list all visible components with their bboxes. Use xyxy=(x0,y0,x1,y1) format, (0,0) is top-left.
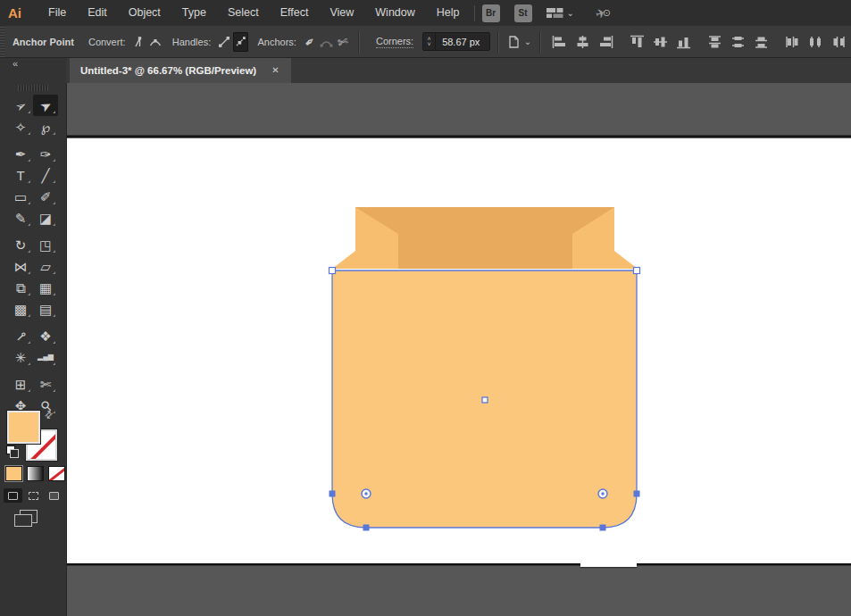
artboard-options-button[interactable]: ⌄ xyxy=(507,32,531,52)
tools-panel: ➢➤✧℘✒✑T╱▭✐✎◪↻◳⋈▱⧉▦▩▤⊸❖✳▂▄▆⊞✄✥⚲ ⇄ xyxy=(0,83,67,616)
menu-help[interactable]: Help xyxy=(426,0,471,26)
perspective-grid-tool[interactable]: ▦ xyxy=(33,277,58,298)
show-handles-icon xyxy=(217,35,231,49)
pen-tool-icon: ✒ xyxy=(15,147,27,161)
shape-center-point[interactable] xyxy=(482,397,488,403)
column-graph-tool[interactable]: ▂▄▆ xyxy=(33,346,58,368)
convert-to-smooth-button[interactable] xyxy=(148,32,163,52)
paint-style-buttons xyxy=(5,466,65,481)
gradient-button[interactable] xyxy=(27,466,44,481)
remove-anchor-button[interactable]: ✒ xyxy=(303,32,317,52)
draw-behind-button[interactable] xyxy=(24,488,43,503)
width-tool[interactable]: ⋈ xyxy=(8,255,33,277)
convert-to-corner-button[interactable] xyxy=(132,32,146,52)
menu-file[interactable]: File xyxy=(38,0,77,26)
anchor-handle-hollow[interactable] xyxy=(330,268,336,274)
column-graph-tool-icon: ▂▄▆ xyxy=(38,354,54,361)
anchor-handle[interactable] xyxy=(330,491,336,497)
rectangle-tool[interactable]: ▭ xyxy=(8,186,33,207)
live-corner-widget[interactable] xyxy=(598,489,607,498)
draw-inside-icon xyxy=(49,492,59,500)
horizontal-align-right-button[interactable] xyxy=(595,31,618,53)
type-tool[interactable]: T xyxy=(8,164,33,186)
curvature-tool[interactable]: ✑ xyxy=(33,143,58,164)
tools-grid: ➢➤✧℘✒✑T╱▭✐✎◪↻◳⋈▱⧉▦▩▤⊸❖✳▂▄▆⊞✄✥⚲ xyxy=(0,90,66,416)
line-segment-tool[interactable]: ╱ xyxy=(33,164,58,186)
corners-value-input[interactable]: 58.67 px xyxy=(436,33,489,50)
artboard-tool[interactable]: ⊞ xyxy=(8,373,33,395)
direct-selection-tool[interactable]: ➤ xyxy=(33,95,58,116)
fill-color-swatch[interactable] xyxy=(7,411,40,444)
blend-tool[interactable]: ❖ xyxy=(33,325,58,346)
anchor-handle[interactable] xyxy=(363,525,370,531)
horizontal-distribute-right-button[interactable] xyxy=(828,31,851,53)
vertical-distribute-bottom-button[interactable] xyxy=(750,31,773,53)
vertical-align-center-button[interactable] xyxy=(649,31,672,53)
horizontal-align-left-button[interactable] xyxy=(548,31,572,53)
eraser-tool[interactable]: ◪ xyxy=(33,207,58,229)
workspace-switcher[interactable]: ⌄ xyxy=(546,7,574,19)
stock-button[interactable]: St xyxy=(514,4,532,22)
eyedropper-tool[interactable]: ⊸ xyxy=(8,325,33,346)
slice-tool[interactable]: ✄ xyxy=(33,373,58,395)
pen-tool[interactable]: ✒ xyxy=(8,143,33,164)
selection-tool[interactable]: ➢ xyxy=(8,95,33,116)
handles-label: Handles: xyxy=(172,37,211,47)
none-button[interactable] xyxy=(48,466,65,481)
close-icon[interactable]: ✕ xyxy=(269,63,281,77)
horizontal-align-center-button[interactable] xyxy=(572,31,595,53)
menu-select[interactable]: Select xyxy=(217,0,270,26)
draw-normal-button[interactable] xyxy=(4,488,22,503)
menu-object[interactable]: Object xyxy=(118,0,171,26)
vertical-distribute-top-button[interactable] xyxy=(704,31,727,53)
tools-panel-grip[interactable] xyxy=(18,85,48,91)
lasso-tool[interactable]: ℘ xyxy=(33,116,58,137)
connect-anchors-button[interactable] xyxy=(319,32,334,52)
document-canvas[interactable] xyxy=(66,83,851,616)
bridge-button[interactable]: Br xyxy=(482,4,500,22)
document-tab[interactable]: Untitled-3* @ 66.67% (RGB/Preview) ✕ xyxy=(70,57,291,83)
menu-effect[interactable]: Effect xyxy=(270,0,320,26)
anchor-handle-hollow[interactable] xyxy=(634,268,640,274)
show-handles-button[interactable] xyxy=(217,32,231,52)
chevron-down-icon: ⌄ xyxy=(524,37,531,46)
shape-builder-tool[interactable]: ⧉ xyxy=(8,277,33,298)
shaper-tool[interactable]: ✎ xyxy=(8,207,33,229)
vertical-align-top-button[interactable] xyxy=(626,31,649,53)
cut-path-button[interactable]: ✄ xyxy=(336,32,350,52)
menu-edit[interactable]: Edit xyxy=(77,0,118,26)
vertical-distribute-center-button[interactable] xyxy=(727,31,750,53)
stepper-down-icon[interactable]: ˅ xyxy=(428,42,431,47)
menu-type[interactable]: Type xyxy=(171,0,217,26)
menu-view[interactable]: View xyxy=(319,0,364,26)
menu-window[interactable]: Window xyxy=(364,0,425,26)
hide-handles-button[interactable] xyxy=(233,32,247,52)
corners-label[interactable]: Corners: xyxy=(376,36,413,48)
color-button[interactable] xyxy=(5,466,22,481)
vertical-align-bottom-button[interactable] xyxy=(672,31,696,53)
collapse-panel-icon[interactable]: « xyxy=(13,58,18,69)
curvature-tool-icon: ✑ xyxy=(40,147,52,161)
screen-mode-button[interactable] xyxy=(20,510,38,523)
menubar-separator xyxy=(474,5,475,21)
horizontal-distribute-center-button[interactable] xyxy=(805,31,828,53)
corners-stepper[interactable]: ˄ ˅ xyxy=(423,33,436,50)
canvas-svg[interactable] xyxy=(66,83,851,616)
free-transform-tool[interactable]: ▱ xyxy=(33,255,58,277)
document-tab-title: Untitled-3* @ 66.67% (RGB/Preview) xyxy=(80,65,256,76)
magic-wand-tool[interactable]: ✧ xyxy=(8,116,33,137)
scale-tool[interactable]: ◳ xyxy=(33,234,58,255)
draw-inside-button[interactable] xyxy=(45,488,63,503)
rotate-tool[interactable]: ↻ xyxy=(8,234,33,255)
anchor-handle[interactable] xyxy=(600,525,606,531)
live-corner-widget[interactable] xyxy=(362,489,371,498)
paintbrush-tool[interactable]: ✐ xyxy=(33,186,58,207)
default-fill-stroke-icon[interactable] xyxy=(6,445,19,457)
gradient-tool[interactable]: ▤ xyxy=(33,298,58,320)
mesh-tool[interactable]: ▩ xyxy=(8,298,33,320)
paintbrush-tool-icon: ✐ xyxy=(40,190,52,204)
anchor-handle[interactable] xyxy=(634,491,640,497)
symbol-sprayer-tool[interactable]: ✳ xyxy=(8,346,33,368)
horizontal-distribute-left-button[interactable] xyxy=(781,31,805,53)
control-bar-grip[interactable] xyxy=(0,26,5,57)
